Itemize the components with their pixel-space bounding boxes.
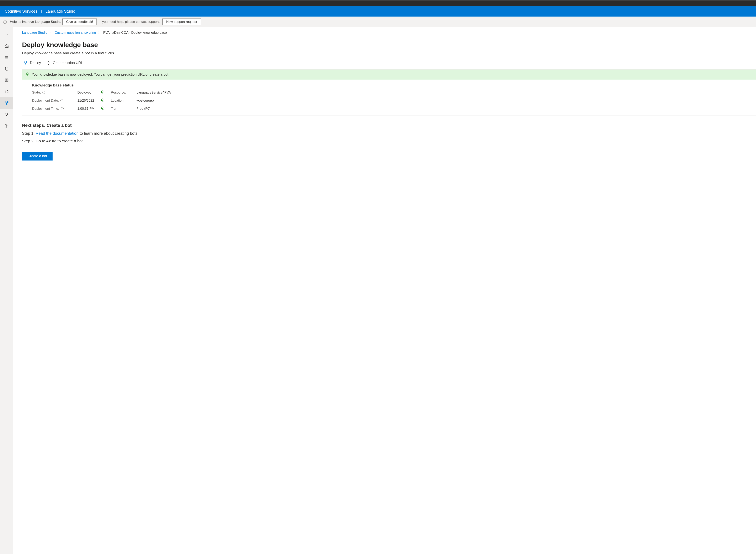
- breadcrumb-link-cqa[interactable]: Custom question answering: [55, 31, 96, 35]
- state-label: State:i: [32, 91, 77, 95]
- sidebar-training[interactable]: [0, 86, 13, 97]
- lightbulb-icon: [5, 112, 9, 117]
- success-banner-text: Your knowledge base is now deployed. You…: [32, 72, 169, 76]
- deploy-action-icon: [23, 61, 27, 65]
- feedback-button[interactable]: Give us feedback!: [62, 18, 97, 25]
- svg-point-12: [6, 125, 7, 126]
- chevron-right-icon: 〉: [98, 31, 101, 35]
- svg-rect-9: [7, 102, 8, 103]
- location-label: Location:: [111, 99, 136, 103]
- sidebar-home[interactable]: [0, 40, 13, 52]
- document-icon: [5, 78, 9, 82]
- header-product: Cognitive Services: [5, 9, 38, 14]
- sidebar-settings[interactable]: [0, 120, 13, 131]
- page-title: Deploy knowledge base: [22, 41, 756, 49]
- status-grid: State:i Deployed Resource: LanguageServi…: [32, 90, 746, 111]
- state-value: Deployed: [77, 91, 101, 95]
- sidebar-deploy[interactable]: [0, 97, 13, 109]
- success-check-icon: [26, 72, 29, 77]
- svg-rect-13: [24, 61, 25, 62]
- location-value: westeurope: [136, 99, 188, 103]
- svg-rect-8: [5, 102, 6, 103]
- deploy-action-label: Deploy: [30, 61, 41, 65]
- header-studio: Language Studio: [46, 9, 75, 14]
- info-icon[interactable]: i: [42, 91, 45, 94]
- building-icon: [5, 90, 9, 94]
- get-prediction-url-action[interactable]: Get prediction URL: [47, 61, 83, 65]
- help-improve-text: Help us improve Language Studio.: [10, 20, 61, 24]
- svg-point-22: [101, 107, 104, 110]
- breadcrumb: Language Studio 〉 Custom question answer…: [22, 31, 756, 35]
- sidebar-data[interactable]: [0, 63, 13, 74]
- svg-point-21: [101, 99, 104, 101]
- chevron-right-icon: 〉: [50, 31, 52, 35]
- status-card: Your knowledge base is now deployed. You…: [22, 69, 756, 115]
- resource-value: LanguageService4PVA: [136, 91, 188, 95]
- resource-label: Resource:: [111, 91, 136, 95]
- deploy-icon: [5, 101, 9, 105]
- create-bot-button[interactable]: Create a bot: [22, 152, 53, 161]
- info-icon[interactable]: i: [61, 107, 64, 110]
- step-1: Step 1: Read the documentation to learn …: [22, 131, 756, 136]
- info-icon[interactable]: i: [60, 99, 63, 102]
- svg-point-19: [26, 73, 29, 75]
- info-icon: i: [3, 20, 7, 23]
- deployment-time-label: Deployment Time:i: [32, 107, 77, 111]
- success-banner: Your knowledge base is now deployed. You…: [22, 69, 756, 79]
- svg-point-20: [101, 91, 104, 93]
- action-toolbar: Deploy Get prediction URL: [22, 61, 756, 65]
- svg-rect-10: [6, 104, 7, 105]
- deployment-time-value: 1:00:31 PM: [77, 107, 101, 111]
- check-icon: [101, 90, 111, 95]
- check-icon: [101, 106, 111, 111]
- header-divider: |: [41, 9, 42, 14]
- announcement-bar: i Help us improve Language Studio. Give …: [0, 16, 756, 27]
- tier-label: Tier:: [111, 107, 136, 111]
- deployment-date-label: Deployment Date:i: [32, 99, 77, 103]
- deployment-date-value: 11/26/2022: [77, 99, 101, 103]
- read-documentation-link[interactable]: Read the documentation: [36, 131, 78, 135]
- breadcrumb-link-studio[interactable]: Language Studio: [22, 31, 48, 35]
- sidebar-schema[interactable]: [0, 52, 13, 63]
- help-contact-text: If you need help, please contact support…: [100, 20, 160, 24]
- home-icon: [5, 44, 9, 48]
- page-subtitle: Deploy knowledge base and create a bot i…: [22, 51, 756, 55]
- sidebar-edit-kb[interactable]: [0, 74, 13, 86]
- tier-value: Free (F0): [136, 107, 188, 111]
- sidebar-improve[interactable]: [0, 109, 13, 120]
- next-steps-heading: Next steps: Create a bot: [22, 123, 756, 128]
- lines-icon: [5, 55, 9, 59]
- status-section-title: Knowledge base status: [32, 83, 746, 88]
- svg-point-3: [5, 67, 8, 68]
- database-icon: [5, 66, 9, 71]
- sidebar-nav: ››: [0, 27, 13, 554]
- svg-rect-14: [26, 61, 27, 62]
- gear-icon: [5, 124, 9, 128]
- globe-icon: [47, 61, 50, 65]
- app-header: Cognitive Services | Language Studio: [0, 6, 756, 16]
- chevron-double-right-icon: ››: [6, 33, 7, 36]
- sidebar-expand[interactable]: ››: [0, 29, 13, 40]
- main-content: Language Studio 〉 Custom question answer…: [13, 27, 756, 554]
- step-2: Step 2: Go to Azure to create a bot.: [22, 139, 756, 144]
- check-icon: [101, 98, 111, 103]
- get-prediction-url-label: Get prediction URL: [53, 61, 83, 65]
- support-request-button[interactable]: New support request: [162, 18, 201, 25]
- browser-chrome-top: [0, 0, 756, 6]
- breadcrumb-current: PVAinaDay-CQA - Deploy knowledge base: [103, 31, 167, 35]
- deploy-action[interactable]: Deploy: [23, 61, 41, 65]
